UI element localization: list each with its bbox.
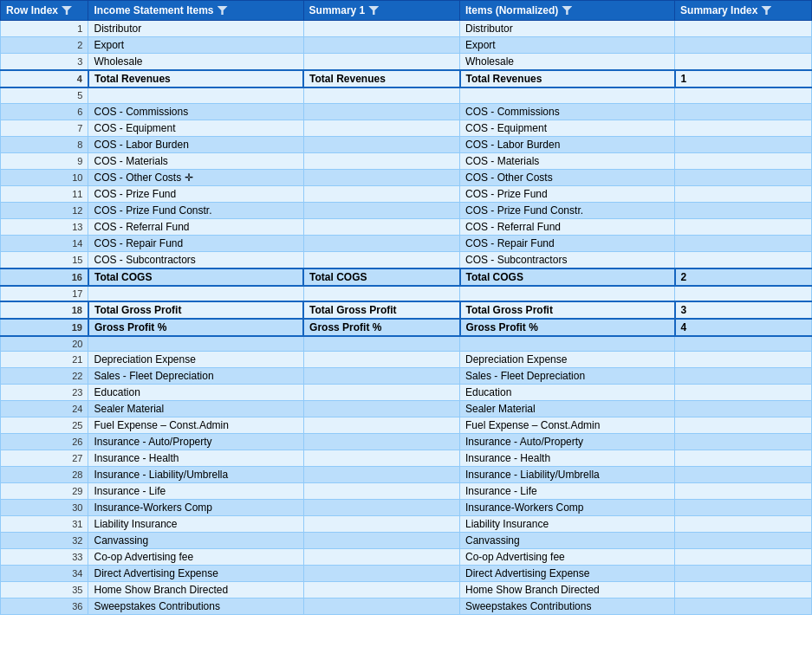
cell-items[interactable]: COS - Subcontractors <box>460 251 675 269</box>
cell-income[interactable]: COS - Equipment <box>88 120 303 136</box>
cell-items[interactable]: Insurance - Auto/Property <box>460 434 675 450</box>
cell-items[interactable]: Education <box>460 385 675 401</box>
cell-income[interactable] <box>88 336 303 352</box>
cell-summary1[interactable] <box>303 103 459 120</box>
table-row[interactable]: 29Insurance - LifeInsurance - Life <box>1 483 812 500</box>
col-header-items[interactable]: Items (Normalized) <box>460 1 675 21</box>
cell-summary1[interactable]: Total Revenues <box>303 70 459 87</box>
cell-summary1[interactable] <box>303 251 459 269</box>
cell-summary1[interactable] <box>303 218 459 235</box>
cell-income[interactable]: Insurance - Liability/Umbrella <box>88 467 303 483</box>
cell-summary1[interactable] <box>303 500 459 516</box>
cell-items[interactable]: COS - Commissions <box>460 103 675 120</box>
cell-items[interactable]: Canvassing <box>460 533 675 549</box>
cell-summary1[interactable] <box>303 533 459 549</box>
filter-icon-summaryidx[interactable] <box>761 6 771 15</box>
cell-income[interactable]: Home Show Branch Directed <box>88 582 303 598</box>
table-row[interactable]: 24Sealer MaterialSealer Material <box>1 401 812 417</box>
cell-summary1[interactable] <box>303 434 459 450</box>
table-row[interactable]: 20 <box>1 336 812 352</box>
cell-summary1[interactable] <box>303 235 459 251</box>
cell-summary1[interactable]: Total COGS <box>303 269 459 286</box>
cell-items[interactable]: Insurance - Life <box>460 483 675 500</box>
table-row[interactable]: 19Gross Profit %Gross Profit %Gross Prof… <box>1 319 812 336</box>
table-row[interactable]: 6COS - CommissionsCOS - Commissions <box>1 103 812 120</box>
table-row[interactable]: 3WholesaleWholesale <box>1 54 812 71</box>
col-header-rowindex[interactable]: Row Index <box>1 1 88 21</box>
table-row[interactable]: 12COS - Prize Fund Constr.COS - Prize Fu… <box>1 202 812 218</box>
cell-summary1[interactable] <box>303 352 459 368</box>
table-row[interactable]: 10COS - Other Costs ✛COS - Other Costs <box>1 169 812 185</box>
cell-summary1[interactable] <box>303 136 459 152</box>
cell-income[interactable]: Export <box>88 37 303 54</box>
cell-summary1[interactable] <box>303 336 459 352</box>
cell-income[interactable]: COS - Prize Fund Constr. <box>88 202 303 218</box>
cell-income[interactable]: Total COGS <box>88 269 303 286</box>
table-row[interactable]: 35Home Show Branch DirectedHome Show Bra… <box>1 582 812 598</box>
cell-summary1[interactable] <box>303 549 459 566</box>
table-row[interactable]: 21Depreciation ExpenseDepreciation Expen… <box>1 352 812 368</box>
cell-income[interactable]: Liability Insurance <box>88 516 303 533</box>
cell-items[interactable]: Sealer Material <box>460 401 675 417</box>
cell-items[interactable]: Distributor <box>460 21 675 37</box>
cell-income[interactable]: Sweepstakes Contributions <box>88 598 303 615</box>
cell-summary1[interactable] <box>303 385 459 401</box>
cell-income[interactable]: COS - Prize Fund <box>88 185 303 202</box>
cell-items[interactable]: Sweepstakes Contributions <box>460 598 675 615</box>
cell-income[interactable]: Gross Profit % <box>88 319 303 336</box>
cell-items[interactable]: Insurance - Liability/Umbrella <box>460 467 675 483</box>
table-row[interactable]: 11COS - Prize FundCOS - Prize Fund <box>1 185 812 202</box>
cell-income[interactable]: Total Gross Profit <box>88 301 303 319</box>
table-row[interactable]: 32CanvassingCanvassing <box>1 533 812 549</box>
table-row[interactable]: 2ExportExport <box>1 37 812 54</box>
cell-summary1[interactable] <box>303 37 459 54</box>
cell-summary1[interactable] <box>303 368 459 385</box>
cell-items[interactable]: Depreciation Expense <box>460 352 675 368</box>
table-row[interactable]: 8COS - Labor BurdenCOS - Labor Burden <box>1 136 812 152</box>
table-row[interactable]: 16Total COGSTotal COGSTotal COGS2 <box>1 269 812 286</box>
table-row[interactable]: 27Insurance - HealthInsurance - Health <box>1 450 812 467</box>
filter-icon-items[interactable] <box>562 6 572 15</box>
cell-items[interactable]: COS - Equipment <box>460 120 675 136</box>
cell-income[interactable]: Insurance - Life <box>88 483 303 500</box>
table-row[interactable]: 1DistributorDistributor <box>1 21 812 37</box>
cell-summary1[interactable] <box>303 21 459 37</box>
cell-items[interactable]: COS - Other Costs <box>460 169 675 185</box>
cell-summary1[interactable]: Gross Profit % <box>303 319 459 336</box>
table-row[interactable]: 28Insurance - Liability/UmbrellaInsuranc… <box>1 467 812 483</box>
cell-income[interactable]: Sales - Fleet Depreciation <box>88 368 303 385</box>
cell-summary1[interactable] <box>303 120 459 136</box>
cell-income[interactable]: Distributor <box>88 21 303 37</box>
table-row[interactable]: 4Total RevenuesTotal RevenuesTotal Reven… <box>1 70 812 87</box>
cell-summary1[interactable] <box>303 185 459 202</box>
table-row[interactable]: 36Sweepstakes ContributionsSweepstakes C… <box>1 598 812 615</box>
filter-icon-summary1[interactable] <box>368 6 379 15</box>
table-row[interactable]: 31Liability InsuranceLiability Insurance <box>1 516 812 533</box>
cell-summary1[interactable] <box>303 169 459 185</box>
cell-summary1[interactable] <box>303 483 459 500</box>
cell-summary1[interactable] <box>303 516 459 533</box>
cell-summary1[interactable] <box>303 450 459 467</box>
col-header-income[interactable]: Income Statement Items <box>88 1 303 21</box>
table-row[interactable]: 7COS - EquipmentCOS - Equipment <box>1 120 812 136</box>
cell-items[interactable]: Liability Insurance <box>460 516 675 533</box>
col-header-summary1[interactable]: Summary 1 <box>303 1 459 21</box>
cell-income[interactable]: Insurance - Health <box>88 450 303 467</box>
cell-items[interactable]: COS - Repair Fund <box>460 235 675 251</box>
cell-summary1[interactable] <box>303 582 459 598</box>
cell-income[interactable]: COS - Commissions <box>88 103 303 120</box>
cell-income[interactable] <box>88 286 303 301</box>
cell-income[interactable]: COS - Labor Burden <box>88 136 303 152</box>
cell-income[interactable]: Education <box>88 385 303 401</box>
table-row[interactable]: 23EducationEducation <box>1 385 812 401</box>
cell-items[interactable]: COS - Materials <box>460 152 675 169</box>
cell-income[interactable]: COS - Subcontractors <box>88 251 303 269</box>
table-row[interactable]: 15COS - SubcontractorsCOS - Subcontracto… <box>1 251 812 269</box>
cell-income[interactable]: COS - Referral Fund <box>88 218 303 235</box>
cell-summary1[interactable] <box>303 54 459 71</box>
cell-items[interactable]: COS - Prize Fund <box>460 185 675 202</box>
table-row[interactable]: 34Direct Advertising ExpenseDirect Adver… <box>1 566 812 582</box>
cell-items[interactable]: Insurance-Workers Comp <box>460 500 675 516</box>
filter-icon-rowindex[interactable] <box>62 6 72 15</box>
cell-items[interactable]: COS - Labor Burden <box>460 136 675 152</box>
